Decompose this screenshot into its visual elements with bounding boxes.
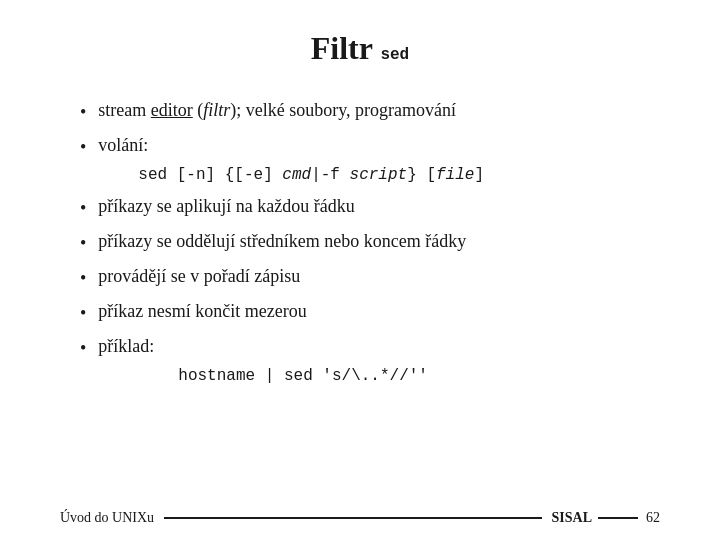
footer-line-left xyxy=(164,517,541,519)
slide-title: Filtr sed xyxy=(60,30,660,67)
bullet-list: • stream editor (filtr); velké soubory, … xyxy=(80,97,660,388)
footer-page-number: 62 xyxy=(646,510,660,526)
bullet-icon: • xyxy=(80,195,86,222)
footer-line-right xyxy=(598,517,638,519)
bullet-2-text: volání: sed [-n] {[-e] cmd|-f script} [f… xyxy=(98,132,484,187)
editor-underline: editor xyxy=(151,100,193,120)
code-priklad: hostname | sed 's/\..*//'' xyxy=(178,364,428,388)
bullet-icon: • xyxy=(80,134,86,161)
footer-brand: SISAL xyxy=(552,510,592,526)
footer: Úvod do UNIXu SISAL 62 xyxy=(0,510,720,540)
slide: Filtr sed • stream editor (filtr); velké… xyxy=(0,0,720,540)
bullet-3-text: příkazy se aplikují na každou řádku xyxy=(98,193,354,220)
filtr-italic: filtr xyxy=(203,100,230,120)
list-item: • příkazy se oddělují středníkem nebo ko… xyxy=(80,228,660,257)
list-item: • stream editor (filtr); velké soubory, … xyxy=(80,97,660,126)
list-item: • příkazy se aplikují na každou řádku xyxy=(80,193,660,222)
content-area: • stream editor (filtr); velké soubory, … xyxy=(80,97,660,388)
bullet-5-text: provádějí se v pořadí zápisu xyxy=(98,263,300,290)
bullet-4-text: příkazy se oddělují středníkem nebo konc… xyxy=(98,228,466,255)
footer-right: SISAL 62 xyxy=(542,510,660,526)
code-volani: sed [-n] {[-e] cmd|-f script} [file] xyxy=(138,163,484,187)
bullet-icon: • xyxy=(80,99,86,126)
footer-left-text: Úvod do UNIXu xyxy=(60,510,154,526)
bullet-1-text: stream editor (filtr); velké soubory, pr… xyxy=(98,97,456,124)
bullet-icon: • xyxy=(80,300,86,327)
bullet-icon: • xyxy=(80,335,86,362)
list-item: • příkaz nesmí končit mezerou xyxy=(80,298,660,327)
bullet-7-text: příklad: hostname | sed 's/\..*//'' xyxy=(98,333,428,388)
title-text: Filtr xyxy=(311,30,373,66)
list-item: • provádějí se v pořadí zápisu xyxy=(80,263,660,292)
list-item: • volání: sed [-n] {[-e] cmd|-f script} … xyxy=(80,132,660,187)
bullet-icon: • xyxy=(80,230,86,257)
title-mono-sed: sed xyxy=(380,46,409,64)
bullet-6-text: příkaz nesmí končit mezerou xyxy=(98,298,306,325)
bullet-icon: • xyxy=(80,265,86,292)
list-item: • příklad: hostname | sed 's/\..*//'' xyxy=(80,333,660,388)
